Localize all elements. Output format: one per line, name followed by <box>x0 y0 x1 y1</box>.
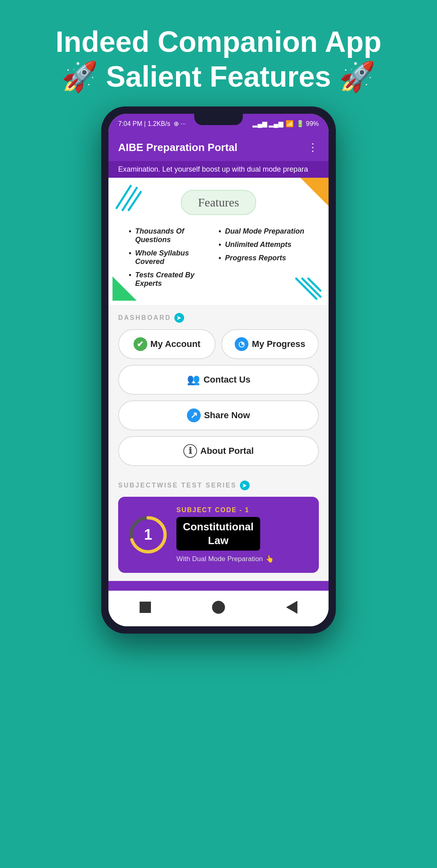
phone-notch <box>194 114 243 125</box>
signal-icon: ▂▄▆ ▂▄▆ <box>252 120 283 128</box>
status-time: 7:04 PM | 1.2KB/s <box>118 120 170 128</box>
my-account-label: My Account <box>151 339 201 349</box>
feature-item-4: Dual Mode Preparation <box>218 227 308 236</box>
nav-triangle-icon <box>286 601 297 614</box>
deco-blue-lines-tl <box>115 184 143 212</box>
app-header: AIBE Preparation Portal ⋮ <box>108 134 329 161</box>
about-portal-button[interactable]: ℹ About Portal <box>118 436 319 466</box>
wifi-icon: 📶 <box>286 120 294 128</box>
dashboard-label: DASHBOARD ➤ <box>118 313 319 323</box>
subject-card-1[interactable]: 1 SUBJECT CODE - 1 ConstitutionalLaw Wit… <box>118 497 319 573</box>
subject-circle: 1 <box>128 515 168 555</box>
subject-info: SUBJECT CODE - 1 ConstitutionalLaw With … <box>176 506 309 564</box>
header-line2: 🚀 Salient Features 🚀 <box>62 60 375 93</box>
bottom-bar <box>108 581 329 591</box>
dashboard-row-top: ✔ My Account ◔ My Progress <box>118 329 319 359</box>
share-now-button[interactable]: ↗ Share Now <box>118 400 319 430</box>
header-line1: Indeed Companion App <box>55 26 381 58</box>
deco-orange-triangle <box>300 178 329 206</box>
info-icon: ℹ <box>183 444 197 458</box>
features-col-left: Thousands Of Questions Whole Syllabus Co… <box>129 227 218 293</box>
battery-icon: 🔋 99% <box>296 120 319 128</box>
marquee-text: Examination. Let yourself boost up with … <box>118 165 308 173</box>
svg-line-0 <box>117 186 131 208</box>
status-dots: ⊕ ··· <box>174 120 186 128</box>
subjectwise-label: SUBJECTWISE TEST SERIES ➤ <box>118 481 319 490</box>
menu-button[interactable]: ⋮ <box>308 141 319 154</box>
my-account-button[interactable]: ✔ My Account <box>118 329 216 359</box>
nav-back-button[interactable] <box>282 598 301 617</box>
feature-item-2: Whole Syllabus Covered <box>129 249 218 266</box>
my-progress-button[interactable]: ◔ My Progress <box>221 329 319 359</box>
subject-name: ConstitutionalLaw <box>176 517 260 551</box>
feature-item-5: Unlimited Attempts <box>218 240 308 249</box>
deco-blue-lines-br <box>294 277 322 301</box>
svg-line-2 <box>129 192 141 210</box>
subject-code: SUBJECT CODE - 1 <box>176 506 309 514</box>
contact-us-button[interactable]: 👥 Contact Us <box>118 365 319 395</box>
features-badge: Features <box>181 190 256 215</box>
hand-icon: 👆 <box>265 555 274 563</box>
feature-item-3: Tests Created By Experts <box>129 271 218 288</box>
feature-item-6: Progress Reports <box>218 254 308 262</box>
about-portal-label: About Portal <box>200 446 254 456</box>
features-list: Thousands Of Questions Whole Syllabus Co… <box>121 223 316 297</box>
progress-icon: ◔ <box>235 337 248 351</box>
nav-square-button[interactable] <box>136 598 155 617</box>
share-now-label: Share Now <box>204 410 250 421</box>
status-right: ▂▄▆ ▂▄▆ 📶 🔋 99% <box>252 120 319 128</box>
subject-desc: With Dual Mode Preparation 👆 <box>176 555 309 563</box>
contact-us-label: Contact Us <box>204 374 250 385</box>
dashboard-section: DASHBOARD ➤ ✔ My Account ◔ My Progress 👥 <box>108 305 329 474</box>
nav-square-icon <box>140 602 151 613</box>
app-title: AIBE Preparation Portal <box>118 141 238 154</box>
phone-wrapper: 7:04 PM | 1.2KB/s ⊕ ··· ▂▄▆ ▂▄▆ 📶 🔋 99% … <box>101 106 336 634</box>
marquee-bar: Examination. Let yourself boost up with … <box>108 161 329 178</box>
phone-frame: 7:04 PM | 1.2KB/s ⊕ ··· ▂▄▆ ▂▄▆ 📶 🔋 99% … <box>101 106 336 634</box>
account-icon: ✔ <box>134 337 147 351</box>
subjectwise-section: SUBJECTWISE TEST SERIES ➤ 1 SUBJECT CODE… <box>108 481 329 581</box>
phone-bottom-nav <box>108 591 329 626</box>
svg-line-5 <box>308 279 320 291</box>
share-icon: ↗ <box>187 408 201 422</box>
feature-item-1: Thousands Of Questions <box>129 227 218 244</box>
status-left: 7:04 PM | 1.2KB/s ⊕ ··· <box>118 120 186 128</box>
contact-icon: 👥 <box>187 373 200 387</box>
nav-circle-icon <box>212 601 225 614</box>
subject-number: 1 <box>144 526 152 543</box>
header-section: Indeed Companion App 🚀 Salient Features … <box>39 0 397 106</box>
nav-home-button[interactable] <box>209 598 228 617</box>
subjectwise-icon: ➤ <box>240 481 250 490</box>
features-section: Features Thousands Of Questions Whole Sy… <box>108 178 329 305</box>
dashboard-icon: ➤ <box>174 313 184 323</box>
phone-screen: 7:04 PM | 1.2KB/s ⊕ ··· ▂▄▆ ▂▄▆ 📶 🔋 99% … <box>108 114 329 627</box>
my-progress-label: My Progress <box>252 339 305 349</box>
